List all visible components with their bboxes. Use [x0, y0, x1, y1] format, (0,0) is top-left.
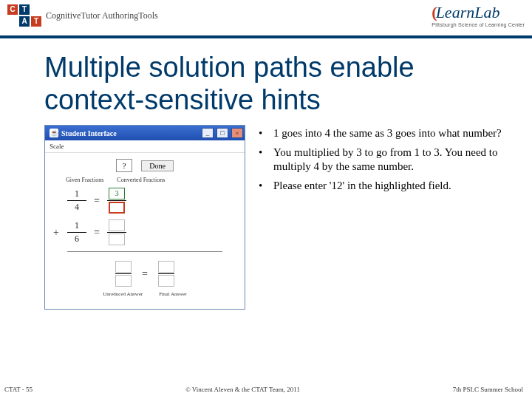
plus-sign: +	[52, 227, 60, 239]
event-name: 7th PSLC Summer School	[453, 386, 523, 393]
ctat-letter-t2: T	[31, 16, 41, 27]
hints-list: •1 goes into 4 the same as 3 goes into w…	[259, 125, 510, 310]
ctat-letter-t: T	[19, 4, 30, 15]
final-label: Final Answer	[159, 291, 187, 297]
maximize-button[interactable]: □	[216, 128, 228, 138]
final-den-input[interactable]	[158, 275, 174, 287]
ctat-letter-a: A	[19, 16, 30, 27]
converted-denominator-input[interactable]	[109, 202, 125, 214]
column-label-converted: Converted Fractions	[117, 177, 165, 183]
equals-sign: =	[94, 195, 100, 207]
bullet-icon: •	[259, 179, 266, 194]
equals-sign: =	[142, 268, 148, 280]
hint-item: •1 goes into 4 the same as 3 goes into w…	[259, 126, 510, 141]
hint-button[interactable]: ?	[116, 159, 132, 172]
close-button[interactable]: ×	[231, 128, 243, 138]
unreduced-label: Unreduced Answer	[103, 291, 143, 297]
final-num-input[interactable]	[158, 261, 174, 273]
ctat-letter-c: C	[7, 4, 18, 15]
hint-item: •Please enter '12' in the highlighted fi…	[259, 179, 510, 194]
converted-fraction-2	[107, 219, 126, 245]
learnlab-wordmark: (LearnLab	[432, 3, 525, 22]
bullet-icon: •	[259, 146, 266, 174]
hint-item: •You multiplied by 3 to go from 1 to 3. …	[259, 146, 510, 174]
slide-number: CTAT - 55	[4, 386, 33, 393]
slide-header: C T A T CognitiveTutor AuthoringTools (L…	[0, 0, 532, 38]
converted-numerator-input[interactable]: 3	[109, 188, 125, 200]
equals-sign: =	[94, 227, 100, 239]
window-menu[interactable]: Scale	[45, 140, 245, 153]
column-label-given: Given Fractions	[66, 177, 103, 183]
slide-title: Multiple solution paths enable context-s…	[44, 52, 498, 116]
converted-denominator-2-input[interactable]	[109, 233, 125, 245]
window-title: Student Interface	[61, 129, 199, 137]
given-fraction-1: 1 4	[67, 188, 86, 213]
minimize-button[interactable]: _	[202, 128, 214, 138]
done-button[interactable]: Done	[141, 160, 174, 171]
sum-line	[67, 251, 222, 252]
final-fraction	[158, 261, 174, 287]
bullet-icon: •	[259, 126, 266, 141]
ctat-logo-grid: C T A T	[7, 4, 41, 27]
slide-content: ☕ Student Interface _ □ × Scale ? Done G…	[0, 122, 532, 310]
ctat-logo: C T A T CognitiveTutor AuthoringTools	[7, 4, 158, 27]
student-interface-window: ☕ Student Interface _ □ × Scale ? Done G…	[44, 125, 245, 310]
learnlab-subtitle: Pittsburgh Science of Learning Center	[432, 22, 525, 27]
converted-numerator-2-input[interactable]	[109, 219, 125, 231]
copyright: © Vincent Aleven & the CTAT Team, 2011	[185, 386, 300, 393]
unreduced-num-input[interactable]	[115, 261, 132, 273]
window-titlebar: ☕ Student Interface _ □ ×	[45, 126, 245, 140]
slide-footer: CTAT - 55 © Vincent Aleven & the CTAT Te…	[0, 386, 532, 393]
learnlab-logo: (LearnLab Pittsburgh Science of Learning…	[432, 3, 525, 27]
unreduced-den-input[interactable]	[115, 275, 132, 287]
java-icon: ☕	[50, 129, 58, 137]
ctat-tagline: CognitiveTutor AuthoringTools	[46, 10, 158, 21]
unreduced-fraction	[115, 261, 132, 287]
converted-fraction-1: 3	[107, 188, 126, 214]
given-fraction-2: 1 6	[67, 220, 86, 245]
